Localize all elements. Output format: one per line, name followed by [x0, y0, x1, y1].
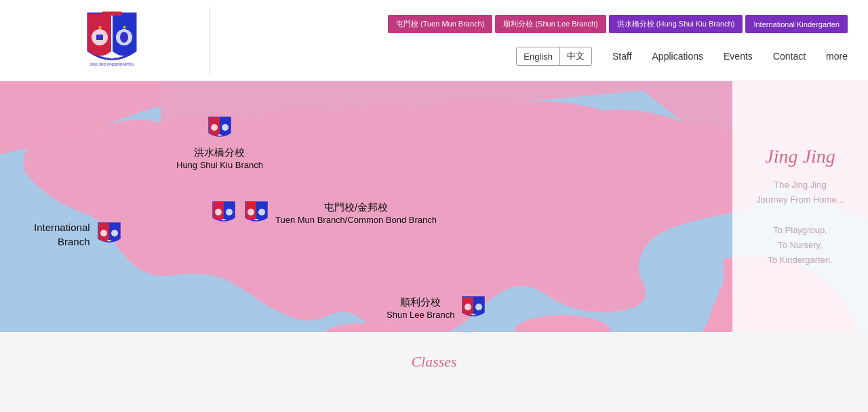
tuen-mun-shield-icon: [210, 200, 237, 227]
svg-point-19: [100, 230, 107, 236]
svg-point-22: [475, 304, 482, 310]
international-shield-icon: [96, 221, 123, 248]
shun-lee-shield-icon: [460, 295, 487, 322]
classes-section: Classes: [0, 332, 868, 392]
svg-rect-1: [102, 12, 122, 16]
tuen-mun-label: 屯門校/金邦校 Tuen Mun Branch/Common Bond Bran…: [210, 200, 437, 227]
international-branch-button[interactable]: International Kindergarten: [745, 15, 848, 33]
main-nav: English 中文 Staff Applications Events Con…: [516, 47, 848, 66]
hung-shui-kiu-label: 洪水橋分校 Hung Shui Kiu Branch: [176, 115, 263, 171]
svg-point-17: [248, 209, 254, 215]
side-panel-text: The Jing JingJourney From Home...To Play…: [756, 178, 844, 268]
svg-point-16: [226, 209, 233, 215]
common-bond-shield-icon: [243, 200, 270, 227]
header: JING JING KINDERGARTEN ★ ★ 屯門校 (Tuen Mun…: [0, 0, 868, 81]
svg-text:JING JING KINDERGARTEN: JING JING KINDERGARTEN: [90, 62, 134, 66]
language-switcher: English 中文: [516, 47, 592, 66]
nav-staff[interactable]: Staff: [612, 51, 632, 62]
side-panel-title: Jing Jing: [765, 146, 835, 167]
nav-applications[interactable]: Applications: [652, 51, 704, 62]
svg-rect-4: [96, 35, 103, 40]
svg-point-14: [222, 124, 229, 131]
svg-point-21: [465, 304, 471, 310]
nav-area: 屯門校 (Tuen Mun Branch) 順利分校 (Shun Lee Bra…: [210, 15, 854, 66]
side-panel: Jing Jing The Jing JingJourney From Home…: [732, 81, 868, 332]
svg-point-18: [258, 209, 265, 215]
logo-icon: JING JING KINDERGARTEN ★ ★: [81, 10, 142, 71]
english-lang-button[interactable]: English: [517, 47, 559, 65]
chinese-lang-button[interactable]: 中文: [560, 47, 591, 65]
shun-lee-branch-button[interactable]: 順利分校 (Shun Lee Branch): [495, 15, 606, 33]
svg-text:★: ★: [121, 24, 126, 30]
classes-title: Classes: [411, 353, 456, 371]
svg-text:★: ★: [97, 24, 102, 30]
tuen-mun-branch-button[interactable]: 屯門校 (Tuen Mun Branch): [388, 15, 492, 33]
international-label: InternationalBranch: [34, 220, 123, 249]
nav-contact[interactable]: Contact: [773, 51, 806, 62]
logo-area: JING JING KINDERGARTEN ★ ★: [14, 7, 210, 74]
branch-buttons: 屯門校 (Tuen Mun Branch) 順利分校 (Shun Lee Bra…: [388, 15, 848, 33]
svg-point-13: [211, 124, 218, 131]
map-section: 洪水橋分校 Hung Shui Kiu Branch 屯門校/金邦校 Tuen …: [0, 81, 868, 332]
svg-point-20: [111, 230, 118, 236]
shun-lee-label: 順利分校 Shun Lee Branch: [387, 295, 487, 322]
hung-shui-kiu-shield-icon: [206, 115, 233, 142]
nav-more[interactable]: more: [826, 51, 848, 62]
hung-shui-kiu-branch-button[interactable]: 洪水橋分校 (Hung Shui Kiu Branch): [609, 15, 743, 33]
svg-point-5: [120, 32, 128, 43]
nav-events[interactable]: Events: [724, 51, 753, 62]
svg-point-15: [215, 209, 222, 215]
